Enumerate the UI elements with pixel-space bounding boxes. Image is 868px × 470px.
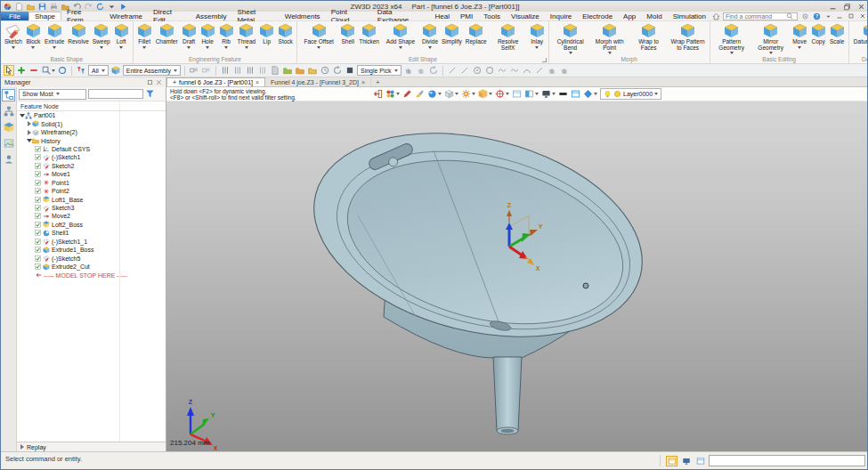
collapse-icon[interactable] [26, 138, 32, 144]
tree-row-sketch1-1[interactable]: (-)Sketch1_1 [17, 238, 166, 246]
menu-tab-pmi[interactable]: PMI [455, 12, 478, 20]
slash-tool-icon[interactable] [534, 65, 545, 76]
ribbon-mirror-geometry-button[interactable]: Mirror Geometry [751, 22, 791, 54]
minimize-icon[interactable] [827, 2, 839, 11]
spline-tool-icon[interactable] [497, 65, 507, 76]
ribbon-inlay-button[interactable]: Inlay [528, 22, 547, 49]
visibility-checkbox[interactable] [35, 263, 41, 270]
home-icon[interactable] [711, 12, 720, 20]
funnel-model[interactable] [292, 101, 663, 434]
dropdown-caret-icon[interactable] [12, 46, 15, 49]
ref-bars-1-icon[interactable] [220, 65, 231, 76]
appearance-icon[interactable] [385, 89, 395, 99]
tree-row-extrude2-cut[interactable]: Extrude2_Cut [17, 263, 166, 271]
sheet-doc-icon[interactable] [270, 65, 280, 76]
ribbon-thread-button[interactable]: Thread [236, 22, 258, 49]
menu-tab-direct-edit[interactable]: Direct Edit [148, 12, 191, 20]
visibility-checkbox[interactable] [35, 180, 41, 186]
menu-tab-app[interactable]: App [618, 12, 641, 20]
dropdown-caret-icon[interactable] [506, 93, 509, 95]
ribbon-datum-plane-button[interactable]: Datum Plane [851, 22, 868, 49]
tree-filter-icon[interactable] [145, 89, 155, 99]
dropdown-caret-icon[interactable] [206, 46, 209, 49]
visibility-checkbox[interactable] [35, 255, 41, 262]
dialog-launcher-icon[interactable] [542, 58, 547, 62]
show-filter-combo[interactable]: Show Most [19, 89, 86, 100]
gear-icon[interactable] [800, 12, 809, 20]
split-view-icon[interactable] [524, 89, 534, 99]
ribbon-wrap-pattern-to-faces-button[interactable]: Wrap Pattern to Faces [669, 22, 708, 51]
display-mode-icon[interactable] [680, 456, 692, 466]
color-pick-icon[interactable] [402, 89, 412, 99]
new-tab-button[interactable]: + [371, 77, 385, 86]
tree-row-point2[interactable]: Point2 [17, 187, 166, 195]
drag-hand-2-icon[interactable] [559, 65, 570, 76]
doc-minimize-icon[interactable] [835, 12, 844, 20]
new-file-icon[interactable] [14, 2, 24, 12]
menu-tab-tools[interactable]: Tools [478, 12, 506, 20]
ribbon-sketch-button[interactable]: Sketch [3, 22, 24, 49]
dropdown-caret-icon[interactable] [142, 46, 146, 49]
dropdown-caret-icon[interactable] [472, 93, 475, 95]
circle-tool-icon[interactable] [484, 65, 495, 76]
viewport-pane-icon[interactable] [571, 89, 580, 99]
loop-pick-icon[interactable] [428, 65, 439, 76]
pick-hand-icon[interactable] [403, 65, 414, 76]
dropdown-caret-icon[interactable] [187, 46, 191, 49]
tree-row-loft2-boss[interactable]: Loft2_Boss [17, 221, 166, 229]
exit-icon[interactable] [373, 89, 383, 99]
dropdown-caret-icon[interactable] [798, 46, 801, 49]
folder-green-icon[interactable] [282, 65, 293, 76]
ribbon-pattern-geometry-button[interactable]: Pattern Geometry [712, 22, 751, 54]
clip-bar-icon[interactable] [558, 89, 568, 99]
lasso-pick-icon[interactable] [57, 65, 68, 76]
menu-tab-wireframe[interactable]: Wireframe [104, 12, 148, 20]
menu-tab-point-cloud[interactable]: Point Cloud [326, 12, 372, 20]
visibility-checkbox[interactable] [35, 247, 41, 253]
visibility-checkbox[interactable] [35, 222, 41, 228]
ribbon-block-button[interactable]: Block [24, 22, 43, 49]
dropdown-caret-icon[interactable] [52, 69, 55, 72]
menu-tab-inquire[interactable]: Inquire [545, 12, 577, 20]
manager-close-icon[interactable] [156, 79, 162, 85]
dropdown-caret-icon[interactable] [438, 93, 442, 95]
assembly-tree-icon[interactable] [2, 105, 15, 118]
drag-hand-icon[interactable] [547, 65, 557, 76]
ribbon-wrap-to-faces-button[interactable]: Wrap to Faces [629, 22, 669, 51]
save-all-icon[interactable] [49, 2, 59, 12]
manager-float-icon[interactable] [147, 79, 153, 85]
visibility-checkbox[interactable] [35, 239, 41, 245]
ref-bars-4-icon[interactable] [257, 65, 268, 76]
menu-tab-mold[interactable]: Mold [641, 12, 667, 20]
status-input[interactable] [709, 455, 865, 466]
line-2-tool-icon[interactable] [459, 65, 470, 76]
dropdown-caret-icon[interactable] [535, 46, 539, 49]
menu-caret-icon[interactable] [823, 12, 832, 20]
ribbon-cylindrical-bend-button[interactable]: Cylindrical Bend [551, 22, 590, 54]
dropdown-caret-icon[interactable] [31, 46, 35, 49]
unlink-geometry-icon[interactable] [201, 65, 212, 76]
ribbon-divide-button[interactable]: Divide [420, 22, 440, 49]
show-entity-icon[interactable] [16, 65, 27, 76]
spline-2-tool-icon[interactable] [509, 65, 520, 76]
tree-row-move2[interactable]: Move2 [17, 212, 166, 220]
ribbon-chamfer-button[interactable]: Chamfer [154, 22, 180, 45]
menu-tab-shape[interactable]: Shape [28, 12, 61, 20]
tree-row-model-stop-here[interactable]: ----- MODEL STOP HERE ----- [17, 271, 166, 279]
tree-row-move1[interactable]: Move1 [17, 170, 166, 178]
gem-view-icon[interactable] [583, 89, 593, 99]
tab-close-icon[interactable]: × [361, 79, 365, 85]
find-command-input[interactable] [726, 13, 784, 20]
dropdown-caret-icon[interactable] [317, 46, 320, 49]
ribbon-simplify-button[interactable]: Simplify [440, 22, 464, 45]
link-geometry-icon[interactable] [189, 65, 199, 76]
doc-tab[interactable]: +funnel 6 Joe.Z3 - [Part001]× [166, 77, 265, 86]
ribbon-morph-with-point-button[interactable]: Morph with Point [590, 22, 629, 54]
dropdown-caret-icon[interactable] [396, 93, 400, 95]
scope-combo[interactable]: Entire Assembly [123, 65, 181, 76]
ribbon-scale-button[interactable]: Scale [828, 22, 847, 45]
collapse-icon[interactable] [19, 112, 25, 118]
tree-row-loft1-base[interactable]: Loft1_Base [17, 195, 166, 203]
expand-icon[interactable] [26, 129, 32, 135]
open-file-icon[interactable] [26, 2, 36, 12]
